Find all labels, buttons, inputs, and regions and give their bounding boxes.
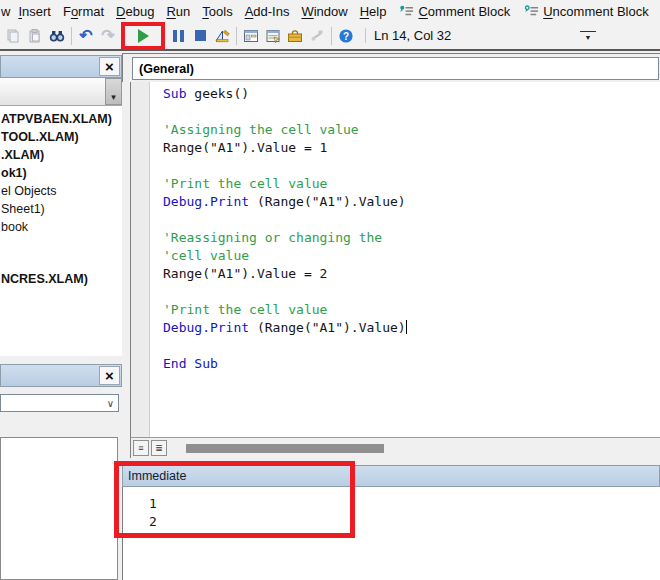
toolbar-icons: ↶↷? [2,22,357,50]
code-text: Sub geeks()'Assigning the cell valueRang… [163,85,407,373]
comment-block-icon [399,4,414,19]
code-line: Range("A1").Value = 1 [163,139,407,157]
scrollbar-thumb[interactable] [186,444,384,453]
toolbar: ↶↷? Ln 14, Col 32 ▼ [0,22,660,51]
code-line [163,337,407,355]
svg-text:?: ? [343,30,349,41]
code-line [163,157,407,175]
code-margin-bar [131,82,150,437]
immediate-content[interactable]: 12 [122,487,660,580]
code-line: 'Print the cell value [163,175,407,193]
code-line: 'Print the cell value [163,301,407,319]
properties-titlebar: × [0,364,122,387]
uncomment-block-icon [524,4,539,19]
immediate-output-line: 2 [149,513,660,531]
properties-close-icon[interactable]: × [99,366,120,385]
project-item-xlam[interactable]: .XLAM) [1,148,44,162]
immediate-window: Immediate 12 [122,462,660,580]
properties-list[interactable] [0,437,118,580]
menu-item-window[interactable]: Window [295,4,353,19]
project-item-ncres-xlam[interactable]: NCRES.XLAM) [1,272,88,286]
uncomment-block-button[interactable]: Uncomment Block [517,4,655,19]
toolbar-options-icon[interactable]: ▼ [580,31,596,41]
code-line [163,211,407,229]
code-line: Debug.Print (Range("A1").Value) [163,319,407,337]
code-line: Sub geeks() [163,85,407,103]
immediate-titlebar: Immediate [122,465,660,487]
menu-item-view-partial[interactable]: w [0,4,12,19]
code-line: Debug.Print (Range("A1").Value) [163,193,407,211]
project-item-ok1[interactable]: ok1) [1,166,27,180]
text-cursor [406,320,407,334]
copy-icon[interactable] [2,25,24,47]
immediate-output-line: 1 [149,495,660,513]
code-horizontal-scrollbar[interactable]: ≡ ≣ [130,437,660,458]
help-button[interactable]: ? [335,25,357,47]
project-item-el-objects[interactable]: el Objects [1,184,57,198]
code-line: Range("A1").Value = 2 [163,265,407,283]
design-mode-button[interactable] [211,25,233,47]
menu-items: InsertFormatDebugRunToolsAdd-InsWindowHe… [12,4,392,19]
vba-editor-window: w InsertFormatDebugRunToolsAdd-InsWindow… [0,0,660,580]
project-item-atpvbaen-xlam[interactable]: ATPVBAEN.XLAM) [1,112,112,126]
immediate-title: Immediate [128,469,186,483]
undo-icon[interactable]: ↶ [75,25,97,47]
menu-item-help[interactable]: Help [354,4,393,19]
code-window-header: (General) [122,53,660,82]
menu-bar: w InsertFormatDebugRunToolsAdd-InsWindow… [0,0,660,22]
code-line: 'Reassigning or changing the [163,229,407,247]
menu-item-debug[interactable]: Debug [110,4,160,19]
menu-item-run[interactable]: Run [160,4,196,19]
procedure-view-button[interactable]: ≡ [133,440,149,456]
full-module-view-button[interactable]: ≣ [151,440,167,456]
code-editor[interactable]: Sub geeks()'Assigning the cell valueRang… [130,82,660,437]
run-button[interactable] [132,25,154,47]
uncomment-block-label: Uncomment Block [543,4,648,19]
code-line: 'Assigning the cell value [163,121,407,139]
code-line [163,103,407,121]
object-dropdown[interactable]: (General) [132,57,659,80]
dropdown-chevron-icon: ∨ [107,398,114,409]
project-explorer-close-icon[interactable]: × [99,57,120,76]
redo-icon[interactable]: ↷ [97,25,119,47]
toolbar-separator [236,27,237,45]
properties-object-dropdown[interactable]: ∨ [0,394,119,412]
project-explorer-button[interactable] [240,25,262,47]
project-explorer-scrollstrip: ▾ [0,78,122,106]
paste-icon[interactable] [24,25,46,47]
code-line [163,283,407,301]
project-item-tool-xlam[interactable]: TOOL.XLAM) [1,130,79,144]
run-highlight-box [121,22,165,50]
project-tree: ATPVBAEN.XLAM)TOOL.XLAM).XLAM)ok1)el Obj… [0,106,122,356]
toolbar-separator [71,27,72,45]
menu-item-add-ins[interactable]: Add-Ins [239,4,296,19]
scroll-down-button[interactable]: ▾ [105,78,122,105]
code-line: 'cell value [163,247,407,265]
menu-item-format[interactable]: Format [57,4,110,19]
find-icon[interactable] [46,25,68,47]
comment-block-button[interactable]: Comment Block [392,4,517,19]
project-explorer-titlebar: × [0,55,122,78]
project-item-book[interactable]: book [1,220,28,234]
comment-block-label: Comment Block [418,4,510,19]
object-browser-button[interactable] [284,25,306,47]
toolbar-separator [331,27,332,45]
menu-item-insert[interactable]: Insert [12,4,57,19]
menu-toolbar-buttons: Comment BlockUncomment Block [392,4,655,19]
reset-button[interactable] [189,25,211,47]
code-line: End Sub [163,355,407,373]
toolbox-button[interactable] [306,25,328,47]
properties-window-button[interactable] [262,25,284,47]
line-col-status: Ln 14, Col 32 [365,28,451,43]
break-button[interactable] [167,25,189,47]
menu-item-tools[interactable]: Tools [196,4,238,19]
object-dropdown-value: (General) [139,62,194,76]
project-item-sheet1[interactable]: Sheet1) [1,202,45,216]
